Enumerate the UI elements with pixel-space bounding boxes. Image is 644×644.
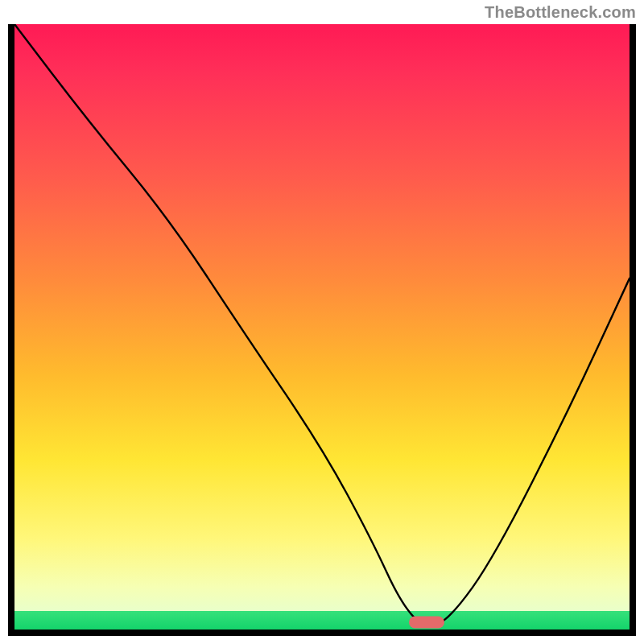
optimal-marker bbox=[409, 616, 444, 628]
watermark-text: TheBottleneck.com bbox=[485, 3, 636, 22]
chart-frame bbox=[8, 24, 636, 636]
bottleneck-curve-line bbox=[14, 24, 630, 630]
